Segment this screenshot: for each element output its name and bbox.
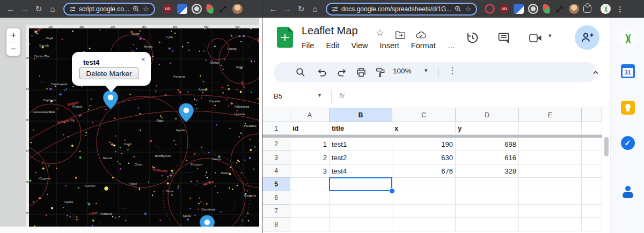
cell-F1[interactable] bbox=[582, 122, 602, 135]
ud-extension-icon[interactable]: UD bbox=[499, 4, 509, 14]
rocket-extension-icon[interactable] bbox=[206, 4, 214, 14]
sheets-logo-icon[interactable] bbox=[277, 27, 293, 48]
column-header-E[interactable]: E bbox=[519, 108, 582, 122]
cell-E5[interactable] bbox=[519, 178, 582, 191]
column-header-A[interactable]: A bbox=[290, 108, 330, 122]
menu-more[interactable]: … bbox=[448, 41, 456, 50]
collapse-toolbar-icon[interactable] bbox=[589, 66, 602, 79]
site-settings-icon[interactable] bbox=[69, 6, 76, 12]
cell-A2[interactable]: 1 bbox=[290, 138, 330, 151]
rocket-extension-icon[interactable] bbox=[542, 4, 551, 14]
star-doc-icon[interactable]: ☆ bbox=[376, 27, 384, 39]
keep-panel-icon[interactable] bbox=[621, 101, 635, 115]
share-button[interactable] bbox=[575, 25, 599, 50]
search-menus-icon[interactable] bbox=[294, 66, 307, 79]
column-header-D[interactable]: D bbox=[456, 108, 519, 122]
circle-extension-icon[interactable] bbox=[192, 4, 202, 14]
address-bar-right[interactable]: docs.google.com/spreadsheets/d/1G... ☆ bbox=[326, 3, 477, 16]
menu-insert[interactable]: Insert bbox=[380, 41, 399, 50]
forward-button[interactable]: → bbox=[18, 3, 31, 16]
cell-C3[interactable]: 630 bbox=[392, 151, 456, 164]
redo-icon[interactable] bbox=[335, 66, 348, 79]
avatar-extension-icon[interactable] bbox=[569, 4, 579, 14]
cell-C4[interactable]: 676 bbox=[392, 164, 456, 178]
cell-D6[interactable] bbox=[456, 191, 519, 205]
map-zoom-out-button[interactable]: − bbox=[6, 42, 20, 56]
cell-D5[interactable] bbox=[456, 178, 519, 191]
cell-D2[interactable]: 698 bbox=[456, 138, 519, 151]
row-header-1[interactable]: 1 bbox=[262, 122, 290, 135]
column-header-B[interactable]: B bbox=[330, 108, 392, 122]
menu-edit[interactable]: Edit bbox=[326, 41, 339, 50]
cell-E8[interactable] bbox=[519, 218, 582, 231]
cell-F3[interactable] bbox=[582, 151, 602, 164]
cell-D1[interactable]: y bbox=[456, 122, 519, 135]
cell-A5[interactable] bbox=[290, 178, 330, 191]
cell-C6[interactable] bbox=[392, 191, 456, 205]
cell-C1[interactable]: x bbox=[392, 122, 456, 135]
leaflet-star-map[interactable]: VegaDenebOphiuchusMizarLyraMerakAliothPe… bbox=[26, 25, 259, 227]
row-header-7[interactable]: 7 bbox=[262, 205, 290, 218]
cell-B2[interactable]: test1 bbox=[330, 138, 392, 151]
cell-B4[interactable]: test4 bbox=[330, 164, 392, 178]
cell-A4[interactable]: 3 bbox=[290, 164, 330, 178]
comments-icon[interactable] bbox=[497, 31, 510, 44]
cell-A6[interactable] bbox=[290, 191, 330, 205]
forward-button[interactable]: → bbox=[281, 3, 294, 16]
version-history-icon[interactable] bbox=[465, 31, 480, 45]
row-header-6[interactable]: 6 bbox=[262, 191, 290, 205]
popup-close-icon[interactable]: × bbox=[141, 55, 145, 64]
cell-F8[interactable] bbox=[582, 218, 602, 231]
cell-D4[interactable]: 328 bbox=[456, 164, 519, 178]
cell-E4[interactable] bbox=[519, 164, 582, 178]
home-button[interactable]: ⌂ bbox=[309, 3, 321, 16]
cell-A7[interactable] bbox=[290, 205, 330, 218]
undo-icon[interactable] bbox=[316, 66, 328, 79]
zoom-caret-icon[interactable]: ▾ bbox=[425, 67, 428, 74]
reload-button[interactable]: ↻ bbox=[32, 3, 45, 16]
cell-B6[interactable] bbox=[330, 191, 392, 205]
arrow-extension-icon[interactable]: ⤢ bbox=[554, 4, 565, 14]
cell-E1[interactable] bbox=[519, 122, 582, 135]
cell-E3[interactable] bbox=[519, 151, 582, 164]
row-header-2[interactable]: 2 bbox=[262, 138, 290, 151]
cell-F2[interactable] bbox=[582, 138, 602, 151]
marker-1[interactable] bbox=[103, 90, 119, 111]
back-button[interactable]: ← bbox=[4, 3, 17, 16]
menu-file[interactable]: File bbox=[302, 41, 314, 50]
meet-camera-icon[interactable] bbox=[529, 32, 543, 44]
zoom-page-icon[interactable] bbox=[455, 5, 462, 12]
site-settings-icon[interactable] bbox=[332, 6, 338, 12]
cell-B3[interactable]: test2 bbox=[330, 151, 392, 164]
row-header-3[interactable]: 3 bbox=[262, 151, 290, 164]
cell-B8[interactable] bbox=[330, 218, 392, 231]
toolbar-more-icon[interactable]: ⋮ bbox=[448, 65, 457, 76]
profile-panel-icon[interactable]: )( bbox=[619, 29, 637, 47]
menu-format[interactable]: Format bbox=[411, 41, 436, 50]
marker-2[interactable] bbox=[178, 103, 194, 124]
marker-3[interactable] bbox=[199, 215, 215, 227]
calendar-panel-icon[interactable]: 31 bbox=[621, 64, 635, 78]
cell-B7[interactable] bbox=[330, 205, 392, 218]
map-zoom-in-button[interactable]: + bbox=[6, 28, 20, 42]
cell-E6[interactable] bbox=[519, 191, 582, 205]
vertical-scrollbar-thumb[interactable] bbox=[604, 137, 609, 156]
column-header-partial[interactable] bbox=[582, 108, 602, 122]
print-icon[interactable] bbox=[355, 66, 368, 79]
tasks-panel-icon[interactable]: ✓ bbox=[621, 136, 635, 150]
move-folder-icon[interactable] bbox=[395, 30, 406, 40]
reload-button[interactable]: ↻ bbox=[295, 3, 308, 16]
cell-F7[interactable] bbox=[582, 205, 602, 218]
camera-dropdown-caret[interactable]: ▾ bbox=[548, 32, 552, 39]
cell-A3[interactable]: 2 bbox=[290, 151, 330, 164]
home-button[interactable]: ⌂ bbox=[46, 3, 59, 16]
cell-C5[interactable] bbox=[392, 178, 456, 191]
zoom-page-icon[interactable] bbox=[133, 5, 140, 12]
name-box[interactable]: B5 bbox=[274, 92, 282, 100]
cell-D3[interactable]: 616 bbox=[456, 151, 519, 164]
spreadsheet-grid[interactable]: ABCDE1idtitlexy21test119069832test263061… bbox=[262, 108, 602, 233]
row-header-8[interactable]: 8 bbox=[262, 218, 290, 231]
cell-B1[interactable]: title bbox=[330, 122, 392, 135]
address-bar-left[interactable]: script.google.co... ☆ bbox=[63, 3, 155, 16]
cell-E7[interactable] bbox=[519, 205, 582, 218]
